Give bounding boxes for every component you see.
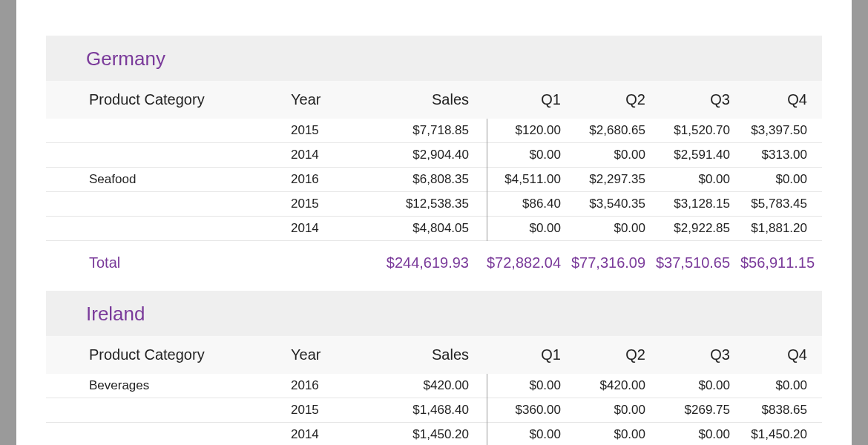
cell-q3: $269.75: [656, 403, 740, 418]
group-header: Ireland: [46, 291, 822, 336]
cell-year: 2016: [291, 172, 375, 187]
cell-q1: $360.00: [487, 403, 571, 418]
col-q4: Q4: [740, 346, 825, 363]
cell-q3: $2,922.85: [656, 221, 740, 236]
group-header: Germany: [46, 36, 822, 81]
cell-q4: $5,783.45: [740, 197, 825, 211]
report: Germany Product Category Year Sales Q1 Q…: [46, 36, 822, 445]
cell-q1: $86.40: [487, 197, 571, 211]
report-page: Germany Product Category Year Sales Q1 Q…: [16, 0, 852, 445]
cell-year: 2016: [291, 378, 375, 393]
cell-q2: $2,680.65: [571, 123, 656, 138]
total-label: Total: [46, 254, 291, 271]
cell-q1: $120.00: [487, 123, 571, 138]
cell-q1: $0.00: [487, 221, 571, 236]
cell-year: 2015: [291, 403, 375, 418]
cell-q4: $1,450.20: [740, 427, 825, 442]
cell-sales: $1,468.40: [375, 403, 487, 418]
cell-sales: $420.00: [375, 378, 487, 393]
total-q2: $77,316.09: [571, 254, 656, 271]
col-q3: Q3: [656, 346, 740, 363]
cell-q2: $0.00: [571, 427, 656, 442]
cell-q2: $0.00: [571, 221, 656, 236]
cell-q2: $420.00: [571, 378, 656, 393]
col-q2: Q2: [571, 91, 656, 108]
cell-year: 2014: [291, 148, 375, 162]
col-q1: Q1: [487, 91, 571, 108]
cell-year: 2014: [291, 221, 375, 236]
group-total-row: Total $244,619.93 $72,882.04 $77,316.09 …: [46, 241, 822, 286]
table-row: 2015 $12,538.35 $86.40 $3,540.35 $3,128.…: [46, 192, 822, 217]
cell-q3: $0.00: [656, 172, 740, 187]
cell-q4: $0.00: [740, 378, 825, 393]
cell-q3: $2,591.40: [656, 148, 740, 162]
col-sales: Sales: [375, 91, 487, 108]
cell-category: Beverages: [46, 378, 291, 393]
cell-sales: $6,808.35: [375, 172, 487, 187]
total-q1: $72,882.04: [487, 254, 571, 271]
cell-year: 2014: [291, 427, 375, 442]
table-row: 2014 $4,804.05 $0.00 $0.00 $2,922.85 $1,…: [46, 217, 822, 241]
cell-q3: $0.00: [656, 378, 740, 393]
cell-sales: $1,450.20: [375, 427, 487, 442]
table-row: Seafood 2016 $6,808.35 $4,511.00 $2,297.…: [46, 168, 822, 192]
table-row: 2015 $1,468.40 $360.00 $0.00 $269.75 $83…: [46, 398, 822, 423]
table-row: Beverages 2016 $420.00 $0.00 $420.00 $0.…: [46, 374, 822, 398]
cell-sales: $7,718.85: [375, 123, 487, 138]
col-category: Product Category: [46, 346, 291, 363]
cell-q4: $1,881.20: [740, 221, 825, 236]
col-category: Product Category: [46, 91, 291, 108]
cell-q4: $313.00: [740, 148, 825, 162]
cell-q1: $0.00: [487, 148, 571, 162]
total-q3: $37,510.65: [656, 254, 740, 271]
cell-q1: $0.00: [487, 378, 571, 393]
col-q3: Q3: [656, 91, 740, 108]
total-q4: $56,911.15: [740, 254, 825, 271]
cell-q3: $1,520.70: [656, 123, 740, 138]
cell-year: 2015: [291, 197, 375, 211]
cell-q4: $838.65: [740, 403, 825, 418]
col-q1: Q1: [487, 346, 571, 363]
col-q4: Q4: [740, 91, 825, 108]
cell-q1: $4,511.00: [487, 172, 571, 187]
cell-q2: $3,540.35: [571, 197, 656, 211]
table-row: 2015 $7,718.85 $120.00 $2,680.65 $1,520.…: [46, 119, 822, 143]
cell-q2: $2,297.35: [571, 172, 656, 187]
cell-q4: $0.00: [740, 172, 825, 187]
cell-year: 2015: [291, 123, 375, 138]
column-header-row: Product Category Year Sales Q1 Q2 Q3 Q4: [46, 81, 822, 119]
cell-sales: $12,538.35: [375, 197, 487, 211]
cell-q2: $0.00: [571, 403, 656, 418]
col-sales: Sales: [375, 346, 487, 363]
table-row: 2014 $1,450.20 $0.00 $0.00 $0.00 $1,450.…: [46, 423, 822, 445]
cell-q2: $0.00: [571, 148, 656, 162]
table-row: 2014 $2,904.40 $0.00 $0.00 $2,591.40 $31…: [46, 143, 822, 168]
cell-q1: $0.00: [487, 427, 571, 442]
cell-q3: $0.00: [656, 427, 740, 442]
cell-category: Seafood: [46, 172, 291, 187]
col-year: Year: [291, 91, 375, 108]
cell-sales: $4,804.05: [375, 221, 487, 236]
total-sales: $244,619.93: [375, 254, 487, 271]
cell-sales: $2,904.40: [375, 148, 487, 162]
cell-q4: $3,397.50: [740, 123, 825, 138]
column-header-row: Product Category Year Sales Q1 Q2 Q3 Q4: [46, 336, 822, 374]
col-year: Year: [291, 346, 375, 363]
cell-q3: $3,128.15: [656, 197, 740, 211]
col-q2: Q2: [571, 346, 656, 363]
